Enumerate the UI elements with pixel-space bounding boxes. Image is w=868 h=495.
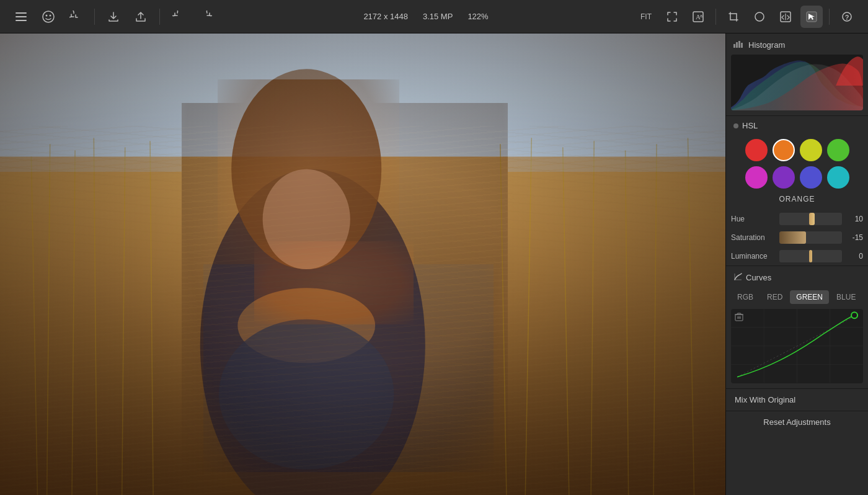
share-button[interactable] — [130, 6, 152, 28]
swatch-purple[interactable] — [773, 166, 795, 189]
svg-point-5 — [50, 14, 51, 16]
histogram-area — [731, 55, 863, 110]
main-area: Histogram — [0, 33, 868, 495]
swatch-magenta[interactable] — [745, 166, 768, 189]
histogram-header: Histogram — [726, 33, 868, 55]
saturation-value: -15 — [846, 233, 863, 242]
separator-4 — [829, 9, 830, 25]
separator-2 — [159, 9, 160, 25]
swatch-green[interactable] — [827, 139, 849, 161]
hue-value: 10 — [846, 215, 863, 223]
hue-slider-fill — [809, 213, 814, 225]
curves-tab-green[interactable]: GREEN — [790, 290, 829, 304]
curves-tab-blue[interactable]: BLUE — [830, 290, 862, 304]
svg-rect-1 — [16, 16, 27, 17]
mix-with-original-button[interactable]: Mix With Original — [726, 388, 868, 411]
luminance-label: Luminance — [731, 252, 776, 261]
select-button[interactable] — [800, 6, 823, 28]
svg-text:a: a — [700, 14, 702, 18]
curves-graph-svg — [731, 309, 863, 383]
curves-header[interactable]: Curves — [726, 265, 868, 288]
histogram-icon — [733, 40, 743, 50]
histogram-svg — [731, 55, 863, 110]
svg-rect-37 — [738, 41, 740, 48]
color-swatches — [726, 134, 868, 194]
hsl-label: HSL — [742, 121, 758, 130]
toolbar-center: 2172 x 1448 3.15 MP 122% — [217, 12, 635, 21]
image-dimensions: 2172 x 1448 — [363, 12, 408, 21]
luminance-slider-track[interactable] — [779, 250, 842, 262]
curves-label: Curves — [746, 273, 771, 282]
luminance-slider-row: Luminance 0 — [726, 247, 868, 265]
fit-button[interactable]: FIT — [635, 6, 657, 28]
svg-line-52 — [737, 315, 857, 377]
hue-slider-track[interactable] — [779, 213, 842, 225]
curves-tab-red[interactable]: RED — [761, 290, 789, 304]
curves-icon — [733, 272, 742, 283]
image-zoom: 122% — [467, 12, 488, 21]
right-panel: Histogram — [725, 33, 868, 495]
svg-rect-34 — [0, 33, 725, 495]
canvas-area[interactable] — [0, 33, 725, 495]
hsl-collapse-icon[interactable] — [733, 123, 738, 128]
histogram-label: Histogram — [748, 40, 785, 50]
hue-slider-row: Hue 10 — [726, 210, 868, 228]
undo-button[interactable] — [167, 6, 190, 28]
curves-tab-rgb[interactable]: RGB — [731, 290, 760, 304]
hue-label: Hue — [731, 215, 776, 223]
reset-adjustments-button[interactable]: Reset Adjustments — [726, 411, 868, 433]
svg-point-4 — [46, 14, 48, 16]
mix-with-original-label: Mix With Original — [735, 395, 795, 404]
hsl-header[interactable]: HSL — [726, 115, 868, 134]
swatch-red[interactable] — [745, 139, 768, 161]
separator-1 — [94, 9, 95, 25]
photo-container — [0, 33, 725, 495]
crop-button[interactable] — [722, 6, 745, 28]
swatch-cyan[interactable] — [827, 166, 849, 189]
help-button[interactable]: ? — [836, 6, 858, 28]
svg-rect-35 — [733, 44, 735, 48]
text-tool-button[interactable]: A a — [687, 6, 709, 28]
svg-text:?: ? — [845, 13, 849, 20]
saturation-slider-track[interactable] — [779, 231, 842, 244]
svg-rect-0 — [16, 12, 27, 14]
svg-point-3 — [43, 11, 54, 22]
redo-button[interactable] — [195, 6, 217, 28]
svg-point-9 — [755, 12, 764, 21]
saturation-slider-row: Saturation -15 — [726, 228, 868, 247]
saturation-slider-fill — [779, 231, 806, 244]
flip-button[interactable] — [774, 6, 797, 28]
fullscreen-button[interactable] — [661, 6, 683, 28]
curves-tabs: RGB RED GREEN BLUE — [726, 288, 868, 306]
svg-rect-2 — [16, 20, 27, 21]
swatch-yellow[interactable] — [800, 139, 822, 161]
circle-tool-button[interactable] — [748, 6, 771, 28]
separator-3 — [715, 9, 716, 25]
history-button[interactable] — [64, 6, 87, 28]
download-button[interactable] — [102, 6, 125, 28]
face-button[interactable] — [37, 6, 60, 28]
luminance-value: 0 — [846, 252, 863, 261]
saturation-label: Saturation — [731, 233, 776, 242]
swatch-orange[interactable] — [773, 139, 795, 161]
curves-area[interactable] — [731, 309, 863, 383]
active-color-label: ORANGE — [726, 194, 868, 210]
toolbar-right: FIT A a — [635, 6, 858, 28]
svg-rect-36 — [736, 42, 738, 48]
reset-adjustments-label: Reset Adjustments — [763, 417, 830, 427]
swatch-blue[interactable] — [800, 166, 822, 189]
svg-point-53 — [851, 312, 857, 318]
image-megapixels: 3.15 MP — [423, 12, 453, 21]
menu-button[interactable] — [10, 6, 32, 28]
toolbar-left — [10, 6, 217, 28]
luminance-slider-fill — [809, 250, 812, 262]
svg-rect-38 — [741, 43, 743, 48]
photo-svg — [0, 33, 725, 495]
toolbar: 2172 x 1448 3.15 MP 122% FIT A a — [0, 0, 868, 33]
